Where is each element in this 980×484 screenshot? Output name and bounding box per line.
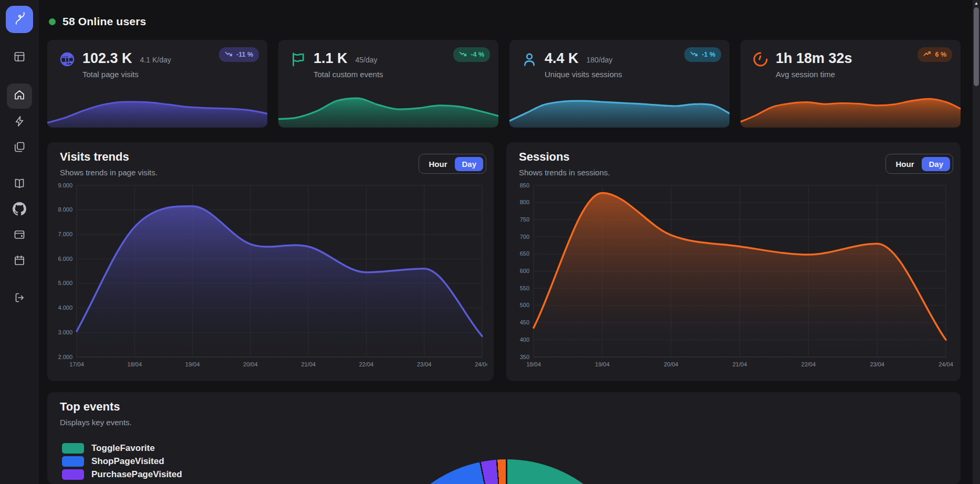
svg-text:20/04: 20/04: [664, 361, 679, 367]
svg-text:23/04: 23/04: [417, 361, 432, 367]
svg-text:450: 450: [520, 319, 529, 325]
legend-swatch: [62, 469, 84, 480]
panel-title: Top events: [60, 400, 120, 414]
svg-text:700: 700: [520, 234, 529, 240]
sidebar-item-logout[interactable]: [7, 286, 32, 311]
svg-text:2.000: 2.000: [58, 354, 72, 360]
svg-text:750: 750: [520, 216, 529, 223]
sidebar: [0, 0, 39, 484]
svg-text:20/04: 20/04: [243, 361, 258, 367]
svg-text:3.000: 3.000: [58, 329, 72, 335]
trend-down-icon: [225, 50, 233, 59]
stat-label: Unique visits sessions: [545, 70, 622, 79]
stat-value: 4.4 K: [545, 50, 579, 67]
svg-text:800: 800: [520, 199, 529, 205]
sidebar-item-wallet[interactable]: [7, 223, 32, 248]
legend-swatch: [62, 456, 84, 467]
stat-label: Total custom events: [314, 70, 383, 79]
sessions-interval-toggle: Hour Day: [885, 154, 953, 174]
sessions-chart: 85080075070065060055050045040035018/0419…: [513, 182, 954, 371]
svg-text:5.000: 5.000: [58, 280, 72, 286]
legend-item[interactable]: ShopPageVisited: [62, 456, 182, 467]
stat-rate: 180/day: [587, 56, 613, 64]
trend-up-icon: [923, 50, 931, 59]
legend-item[interactable]: ToggleFavorite: [62, 443, 182, 454]
svg-text:23/04: 23/04: [870, 361, 884, 367]
sidebar-item-calendar[interactable]: [7, 249, 32, 274]
sparkline-unique-sessions: [509, 89, 729, 128]
svg-text:19/04: 19/04: [595, 361, 610, 367]
stat-label: Avg session time: [776, 70, 835, 79]
svg-text:550: 550: [520, 285, 529, 291]
spline-logo-icon: [12, 10, 27, 28]
svg-text:19/04: 19/04: [185, 361, 200, 367]
sparkline-page-visits: [47, 89, 267, 128]
layout-icon: [13, 50, 26, 65]
scrollbar-thumb[interactable]: [974, 7, 979, 86]
book-icon: [13, 177, 26, 192]
online-dot-icon: [49, 18, 56, 25]
lightning-icon: [13, 115, 26, 130]
page-scrollbar[interactable]: ▲: [973, 0, 980, 484]
sparkline-custom-events: [278, 89, 498, 128]
stat-card-unique-sessions: 4.4 K 180/day Unique visits sessions -1 …: [509, 40, 729, 128]
legend-swatch: [62, 443, 84, 454]
visits-interval-toggle: Hour Day: [419, 154, 486, 174]
scrollbar-up-arrow-icon[interactable]: ▲: [974, 0, 979, 6]
svg-text:21/04: 21/04: [301, 361, 316, 367]
toggle-day-button[interactable]: Day: [455, 157, 483, 171]
stat-card-page-visits: 102.3 K 4.1 K/day Total page visits -11 …: [47, 40, 267, 128]
github-icon: [13, 202, 26, 218]
trend-down-icon: [459, 50, 467, 59]
panel-subtitle: Shows trends in page visits.: [60, 168, 158, 177]
online-users-status: 58 Online users: [49, 15, 146, 28]
online-users-text: 58 Online users: [62, 15, 146, 28]
svg-text:400: 400: [520, 336, 529, 343]
sparkline-session-time: [741, 89, 961, 128]
svg-text:18/04: 18/04: [526, 361, 541, 367]
svg-text:6.000: 6.000: [58, 256, 72, 262]
svg-text:21/04: 21/04: [733, 361, 747, 367]
pages-icon: [13, 141, 26, 155]
user-icon: [521, 51, 538, 68]
svg-text:18/04: 18/04: [128, 361, 142, 367]
clock-icon: [752, 51, 769, 68]
stat-label: Total page visits: [82, 70, 139, 79]
panel-title: Visits trends: [60, 150, 129, 164]
svg-text:9.000: 9.000: [58, 182, 72, 188]
stat-card-session-time: 1h 18m 32s Avg session time 6 %: [741, 40, 961, 128]
toggle-hour-button[interactable]: Hour: [422, 157, 454, 171]
svg-text:24/04: 24/04: [475, 361, 487, 367]
svg-text:22/04: 22/04: [359, 361, 374, 367]
legend-item[interactable]: PurchasePageVisited: [62, 469, 182, 480]
toggle-hour-button[interactable]: Hour: [889, 157, 921, 171]
trend-badge: -1 %: [684, 47, 721, 62]
app-logo[interactable]: [6, 6, 33, 33]
svg-text:8.000: 8.000: [58, 206, 72, 213]
top-events-pie-chart: [376, 459, 638, 484]
trend-down-icon: [690, 50, 698, 59]
panel-subtitle: Shows trends in sessions.: [519, 168, 610, 177]
sidebar-item-github[interactable]: [7, 197, 32, 223]
trend-badge: 6 %: [918, 47, 952, 62]
stat-value: 1.1 K: [314, 50, 348, 67]
trend-badge: -4 %: [453, 47, 490, 62]
stat-rate: 4.1 K/day: [140, 56, 171, 64]
svg-text:850: 850: [520, 182, 529, 188]
sidebar-item-pages[interactable]: [7, 135, 32, 161]
svg-text:600: 600: [520, 268, 529, 274]
visits-trends-chart: 9.0008.0007.0006.0005.0004.0003.0002.000…: [54, 182, 487, 371]
calendar-icon: [13, 254, 26, 269]
toggle-day-button[interactable]: Day: [922, 157, 950, 171]
wallet-icon: [13, 228, 26, 243]
top-events-legend: ToggleFavoriteShopPageVisitedPurchasePag…: [62, 443, 182, 480]
sidebar-item-layout[interactable]: [7, 45, 32, 70]
sidebar-item-lightning[interactable]: [7, 110, 32, 135]
svg-text:500: 500: [520, 302, 529, 308]
sidebar-item-book[interactable]: [7, 172, 32, 197]
globe-icon: [59, 51, 76, 68]
sidebar-item-home[interactable]: [7, 83, 32, 109]
trend-badge: -11 %: [219, 47, 259, 62]
svg-text:24/04: 24/04: [939, 361, 953, 367]
svg-text:7.000: 7.000: [58, 231, 72, 237]
